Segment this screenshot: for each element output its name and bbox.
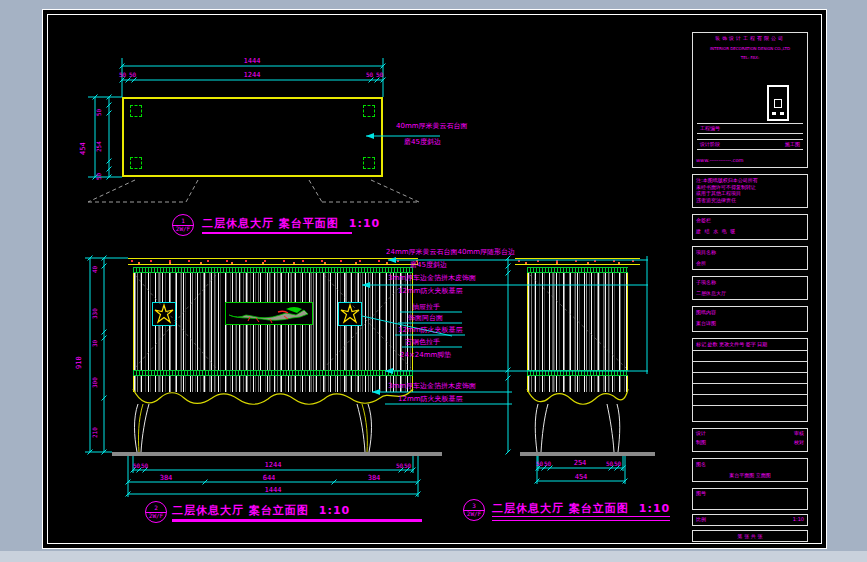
titleblock-subproject-box: 子项名称 二层休息大厅: [692, 276, 808, 300]
detail-bubble: 1 2W/F: [172, 214, 194, 236]
plan-title-scale: 1:10: [349, 217, 380, 230]
dim-label: 300: [92, 377, 98, 388]
revision-row: [693, 383, 807, 394]
drawingname-label: 图名: [693, 459, 807, 470]
company-contact: TEL: FAX:: [693, 53, 807, 62]
dim-label: 210: [92, 427, 98, 438]
revision-row: [693, 372, 807, 383]
company-logo: [767, 85, 789, 121]
subproject-label: 子项名称: [693, 277, 807, 288]
side-top-trim-band: [527, 267, 628, 273]
logo-inner-mark: [774, 99, 782, 108]
note-line: 注:本图纸版权归本公司所有: [693, 175, 807, 184]
drawingname-value: 案台平面图 立面图: [693, 470, 807, 481]
dim-label: 50: [536, 461, 543, 467]
draw-label: 制图: [696, 439, 706, 446]
bubble-floor: 2W/F: [464, 511, 484, 517]
annotation-label: 40mm厚米黄云石台面: [396, 123, 468, 130]
dim-label: 454: [80, 142, 87, 155]
front-title-text: 二层休息大厅 案台立面图: [172, 504, 309, 517]
note-line: 违者追究法律责任: [693, 197, 807, 206]
bubble-number: 3: [464, 503, 484, 509]
side-bottom-trim-band: [527, 370, 628, 376]
side-title-scale: 1:10: [639, 502, 670, 515]
dim-label: 50: [96, 109, 102, 116]
titleblock-project-box: 项目名称 会所: [692, 246, 808, 270]
annotation-label: 磨45度斜边: [410, 262, 447, 269]
field-label: 工程编号: [700, 125, 720, 132]
front-top-trim-band: [133, 267, 413, 273]
field-value: 施工图: [785, 141, 800, 148]
logo-dot: [780, 112, 784, 115]
starfish-icon: [153, 303, 175, 325]
front-bottom-trim-band: [133, 370, 413, 376]
front-tabletop-band: [128, 258, 418, 265]
plan-tabletop: [122, 97, 383, 177]
dim-label: 1244: [244, 72, 261, 79]
plan-title-text: 二层休息大厅 案台平面图: [202, 217, 339, 230]
drawingno-label: 图号: [696, 490, 706, 497]
annotation-label: 24mm厚米黄云石台面40mm厚随形台边: [386, 249, 515, 256]
side-title: 二层休息大厅 案台立面图1:10: [492, 501, 670, 516]
titleblock-scale-box: 比例1:10: [692, 514, 808, 526]
dim-label: 50: [606, 461, 613, 467]
dim-label: 384: [368, 475, 381, 482]
drawer-crocodile-panel: [225, 302, 313, 325]
signoff-label: 会签栏: [693, 215, 807, 226]
revision-row: [693, 361, 807, 372]
dim-label: 1444: [265, 487, 282, 494]
titleblock-content-box: 图纸内容 案台详图: [692, 306, 808, 332]
dim-label: 50: [119, 72, 126, 78]
front-apron: [133, 376, 413, 392]
check-label: 审核: [794, 430, 804, 437]
window-bottom-strip: [0, 551, 867, 562]
door-star-panel: [152, 302, 176, 326]
titleblock-design-box: 设计审核 制图校对: [692, 428, 808, 452]
annotation-label: 3mm厚车边金箔拼木皮饰面: [388, 275, 476, 282]
dim-label: 330: [92, 308, 98, 319]
signoff-columns: 建 结 水 电 暖: [693, 226, 807, 237]
dim-label: 454: [575, 474, 588, 481]
annotation-label: 12mm防火夹板基层: [398, 288, 463, 295]
annotation-label: 抽屉拉手: [412, 304, 440, 311]
dim-label: 384: [160, 475, 173, 482]
dim-label: 50: [366, 72, 373, 78]
side-floor-line: [520, 452, 655, 456]
annotation-label: 古铜色拉手: [405, 339, 440, 346]
titleblock-field-row: 工程编号: [697, 123, 803, 134]
dim-label: 50: [404, 463, 411, 469]
proof-label: 校对: [794, 439, 804, 446]
dim-label: 50: [141, 463, 148, 469]
side-title-text: 二层休息大厅 案台立面图: [492, 502, 629, 515]
title-underline: [202, 232, 352, 234]
annotation-label: 24×24mm脚垫: [400, 352, 451, 359]
dim-label: 1444: [244, 58, 261, 65]
revision-table: 标记 处数 更改文件号 签字 日期: [692, 338, 808, 422]
plan-corner-leg-marker: [363, 157, 375, 169]
dim-label: 50: [544, 461, 551, 467]
revision-row: [693, 350, 807, 361]
side-apron: [527, 376, 628, 392]
company-website: www.------------.com: [693, 155, 746, 166]
dim-label: 254: [96, 141, 102, 152]
plan-corner-leg-marker: [130, 157, 142, 169]
dim-label: 50: [396, 463, 403, 469]
dim-label: 50: [376, 72, 383, 78]
scale-value: 1:10: [793, 516, 804, 523]
annotation-label: 12mm防火夹板基层: [398, 327, 463, 334]
content-value: 案台详图: [693, 318, 807, 329]
revision-header: 标记 处数 更改文件号 签字 日期: [693, 339, 807, 350]
field-label: 设计阶段: [700, 141, 720, 148]
annotation-label: 磨45度斜边: [404, 139, 441, 146]
company-name-en: INTERIOR DECORATION DESIGN CO.,LTD: [693, 44, 807, 53]
dim-label: 50: [96, 173, 102, 180]
title-underline: [492, 520, 670, 521]
bubble-number: 1: [173, 218, 193, 224]
door-star-panel: [338, 302, 362, 326]
revision-row: [693, 405, 807, 416]
dim-label: 30: [92, 340, 98, 347]
content-label: 图纸内容: [693, 307, 807, 318]
starfish-icon: [339, 303, 361, 325]
title-underline: [492, 516, 670, 517]
front-title: 二层休息大厅 案台立面图1:10: [172, 503, 350, 518]
